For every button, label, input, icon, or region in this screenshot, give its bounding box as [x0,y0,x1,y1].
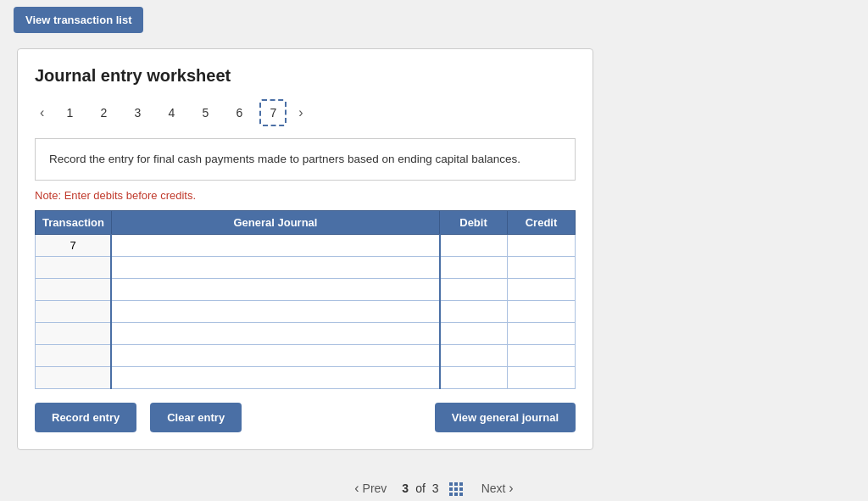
instruction-box: Record the entry for final cash payments… [35,138,576,181]
tab-2[interactable]: 2 [90,99,117,126]
journal-text-input-3[interactable] [117,283,433,296]
grid-icon[interactable] [449,482,463,496]
current-page: 3 [402,482,409,495]
tab-7[interactable]: 7 [259,99,287,126]
instruction-text: Record the entry for final cash payments… [49,153,520,165]
debit-input-2[interactable] [440,257,508,279]
table-row [36,301,576,323]
tab-navigation: ‹ 1 2 3 4 5 6 7 › [35,99,576,126]
col-header-transaction: Transaction [36,211,112,235]
credit-input-2[interactable] [508,257,576,279]
table-row [36,279,576,301]
col-header-general-journal: General Journal [111,211,439,235]
journal-text-input-6[interactable] [117,349,433,362]
debit-text-input-4[interactable] [446,305,503,318]
credit-text-input-4[interactable] [513,305,570,318]
credit-input-1[interactable] [508,235,576,257]
tab-prev-arrow[interactable]: ‹ [35,103,49,122]
clear-entry-button[interactable]: Clear entry [150,403,242,432]
journal-text-input-7[interactable] [117,371,433,384]
next-button[interactable]: Next › [473,476,522,501]
view-general-journal-button[interactable]: View general journal [435,403,576,432]
tab-3[interactable]: 3 [124,99,151,126]
journal-input-1[interactable] [111,235,439,257]
debit-text-input-2[interactable] [446,261,503,274]
credit-text-input-3[interactable] [513,283,570,296]
table-row [36,323,576,345]
note-text: Note: Enter debits before credits. [35,189,576,202]
next-label: Next [481,482,506,495]
debit-text-input-1[interactable] [446,239,503,252]
tab-6[interactable]: 6 [225,99,253,126]
credit-text-input-6[interactable] [513,349,570,362]
debit-text-input-3[interactable] [446,283,503,296]
prev-chevron-icon: ‹ [354,481,359,495]
of-label: of [415,482,426,495]
col-header-credit: Credit [508,211,576,235]
debit-input-1[interactable] [440,235,508,257]
prev-button[interactable]: ‹ Prev [346,476,395,501]
journal-text-input-1[interactable] [117,239,433,252]
debit-text-input-6[interactable] [446,349,503,362]
table-row [36,367,576,389]
tab-1[interactable]: 1 [56,99,83,126]
tab-5[interactable]: 5 [192,99,219,126]
journal-text-input-2[interactable] [117,261,433,274]
col-header-debit: Debit [440,211,508,235]
credit-text-input-7[interactable] [513,371,570,384]
action-buttons: Record entry Clear entry View general jo… [35,403,576,432]
total-pages: 3 [432,482,439,495]
journal-input-2[interactable] [111,257,439,279]
transaction-number: 7 [36,235,112,257]
view-transaction-list-button[interactable]: View transaction list [14,7,143,33]
journal-text-input-4[interactable] [117,305,433,318]
next-chevron-icon: › [509,481,513,495]
worksheet-card: Journal entry worksheet ‹ 1 2 3 4 5 6 7 … [17,48,593,450]
record-entry-button[interactable]: Record entry [35,403,136,432]
debit-text-input-7[interactable] [446,371,503,384]
journal-text-input-5[interactable] [117,327,433,340]
tab-next-arrow[interactable]: › [293,103,308,122]
table-row [36,257,576,279]
pagination: ‹ Prev 3 of 3 Next › [0,459,868,501]
credit-text-input-1[interactable] [513,239,570,252]
transaction-number-2 [36,257,112,279]
credit-text-input-5[interactable] [513,327,570,340]
prev-label: Prev [363,482,387,495]
credit-text-input-2[interactable] [513,261,570,274]
journal-table: Transaction General Journal Debit Credit… [35,210,576,389]
tab-4[interactable]: 4 [158,99,185,126]
table-row [36,345,576,367]
debit-text-input-5[interactable] [446,327,503,340]
table-row: 7 [36,235,576,257]
worksheet-title: Journal entry worksheet [35,66,576,86]
